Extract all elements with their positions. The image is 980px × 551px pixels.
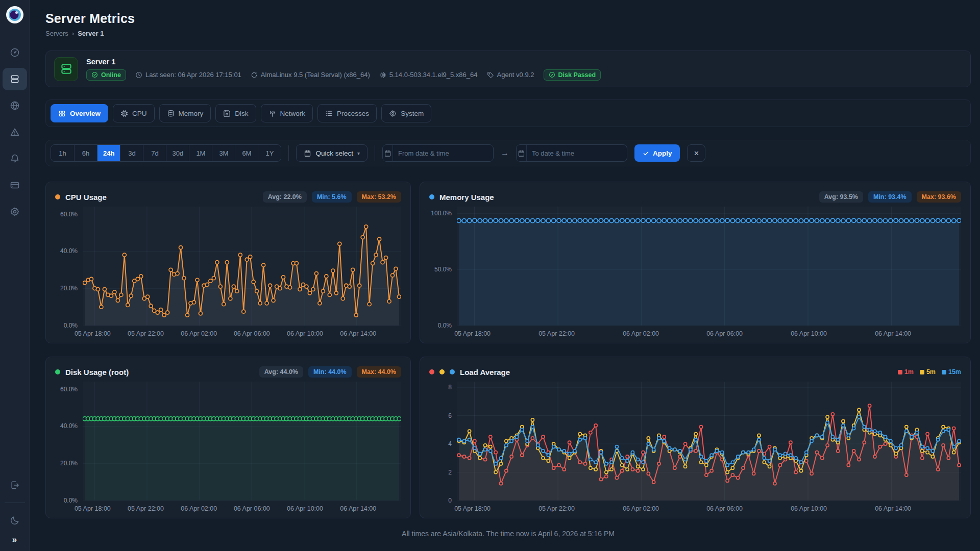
chart-title: CPU Usage xyxy=(65,193,107,202)
x-tick-label: 06 Apr 10:00 xyxy=(287,505,323,512)
series-dot-disk xyxy=(55,369,60,374)
tab-network[interactable]: Network xyxy=(261,104,313,122)
time-range-1M[interactable]: 1M xyxy=(189,145,212,161)
x-tick-label: 06 Apr 06:00 xyxy=(234,505,270,512)
time-range-1Y[interactable]: 1Y xyxy=(258,145,281,161)
disk-chart-svg xyxy=(83,382,401,500)
bell-icon xyxy=(10,154,20,164)
x-tick-label: 05 Apr 22:00 xyxy=(538,505,575,512)
from-date-field[interactable] xyxy=(382,144,494,162)
time-range-3d[interactable]: 3d xyxy=(120,145,143,161)
sidebar-item-servers[interactable] xyxy=(3,68,27,90)
x-tick-label: 05 Apr 18:00 xyxy=(75,330,111,337)
y-tick-label: 2 xyxy=(448,469,452,476)
timezone-footer: All times are Asia/Kolkata. The time now… xyxy=(45,530,971,538)
legend-item-15m[interactable]: 15m xyxy=(942,368,961,375)
charts-grid: CPU Usage Avg: 22.0% Min: 5.6% Max: 53.2… xyxy=(45,182,971,518)
eye-logo-icon xyxy=(6,6,24,24)
os-refresh-icon xyxy=(251,71,258,79)
credit-card-icon xyxy=(10,180,20,190)
load-average-card: Load Average 1m 5m 15m 02468 05 Apr 18:0… xyxy=(420,357,971,518)
sidebar-item-network[interactable] xyxy=(3,94,27,117)
series-dot-5m xyxy=(439,369,445,374)
dark-mode-toggle[interactable] xyxy=(3,509,27,532)
stat-min-badge: Min: 5.6% xyxy=(312,191,352,203)
list-icon xyxy=(325,110,333,117)
apply-button[interactable]: Apply xyxy=(634,144,680,162)
y-tick-label: 100.0% xyxy=(431,210,452,217)
sidebar-item-billing[interactable] xyxy=(3,174,27,196)
x-axis: 05 Apr 18:0005 Apr 22:0006 Apr 02:0006 A… xyxy=(457,500,961,514)
tab-processes[interactable]: Processes xyxy=(317,104,377,122)
sidebar-item-notifications[interactable] xyxy=(3,147,27,170)
sidebar-item-alerts[interactable] xyxy=(3,121,27,143)
server-meta: Server 1 Online Last seen: 06 Apr 2026 1… xyxy=(86,58,601,81)
breadcrumb-current: Server 1 xyxy=(78,30,104,37)
x-tick-label: 05 Apr 22:00 xyxy=(538,330,575,337)
server-icon-box xyxy=(54,57,78,81)
to-date-field[interactable] xyxy=(516,144,627,162)
y-tick-label: 50.0% xyxy=(434,266,452,273)
sidebar-expand-button[interactable]: » xyxy=(12,532,17,546)
legend-item-5m[interactable]: 5m xyxy=(920,368,936,375)
logout-icon xyxy=(10,480,20,490)
arrow-right-icon: → xyxy=(501,148,509,158)
last-seen: Last seen: 06 Apr 2026 17:15:01 xyxy=(135,71,241,79)
clear-range-button[interactable]: ✕ xyxy=(687,144,705,162)
server-meta-row: Online Last seen: 06 Apr 2026 17:15:01 A… xyxy=(86,69,601,81)
time-range-1h[interactable]: 1h xyxy=(51,145,74,161)
time-range-6M[interactable]: 6M xyxy=(235,145,258,161)
y-tick-label: 0.0% xyxy=(438,322,452,329)
calendar-icon xyxy=(383,145,393,161)
status-badge-online: Online xyxy=(86,69,126,81)
tab-disk[interactable]: Disk xyxy=(215,104,256,122)
breadcrumb: Servers › Server 1 xyxy=(45,30,971,37)
server-name: Server 1 xyxy=(86,58,601,66)
logout-button[interactable] xyxy=(3,474,27,496)
legend-item-1m[interactable]: 1m xyxy=(898,368,914,375)
sidebar-nav xyxy=(0,41,29,223)
to-date-input[interactable] xyxy=(527,149,627,157)
load-chart-svg xyxy=(457,382,961,500)
gear-icon xyxy=(10,207,20,217)
plot-area[interactable] xyxy=(457,382,961,500)
x-tick-label: 06 Apr 14:00 xyxy=(875,505,911,512)
x-tick-label: 05 Apr 18:00 xyxy=(75,505,111,512)
plot-area[interactable] xyxy=(83,207,401,325)
app-logo[interactable] xyxy=(6,6,24,24)
time-range-6h[interactable]: 6h xyxy=(74,145,97,161)
kernel-info: 5.14.0-503.34.1.el9_5.x86_64 xyxy=(379,71,478,79)
x-tick-label: 06 Apr 06:00 xyxy=(706,330,743,337)
x-tick-label: 06 Apr 06:00 xyxy=(234,330,270,337)
y-tick-label: 0.0% xyxy=(64,322,78,329)
breadcrumb-servers[interactable]: Servers xyxy=(45,30,68,37)
server-icon xyxy=(60,62,73,76)
y-axis: 02468 xyxy=(429,382,457,500)
sidebar-bottom: » xyxy=(0,474,29,551)
metric-tabs: Overview CPU Memory Disk Network Process… xyxy=(45,99,971,127)
tab-cpu[interactable]: CPU xyxy=(113,104,155,122)
y-tick-label: 4 xyxy=(448,440,452,447)
from-date-input[interactable] xyxy=(393,149,493,157)
stat-avg-badge: Avg: 22.0% xyxy=(263,191,307,203)
x-tick-label: 06 Apr 14:00 xyxy=(340,505,376,512)
quick-select-button[interactable]: Quick select ▾ xyxy=(296,144,368,162)
x-tick-label: 06 Apr 10:00 xyxy=(791,505,827,512)
time-range-30d[interactable]: 30d xyxy=(166,145,189,161)
sidebar-item-settings[interactable] xyxy=(3,201,27,223)
sidebar-item-dashboard[interactable] xyxy=(3,41,27,64)
stat-max-badge: Max: 93.6% xyxy=(917,191,961,203)
time-range-7d[interactable]: 7d xyxy=(143,145,166,161)
tab-system[interactable]: System xyxy=(381,104,431,122)
time-controls: 1h6h24h3d7d30d1M3M6M1Y Quick select ▾ → … xyxy=(45,140,971,166)
warning-triangle-icon xyxy=(10,127,20,137)
plot-area[interactable] xyxy=(83,382,401,500)
tab-memory[interactable]: Memory xyxy=(159,104,211,122)
plot-area[interactable] xyxy=(457,207,961,325)
time-range-24h[interactable]: 24h xyxy=(97,145,120,161)
cpu-chart-svg xyxy=(83,207,401,325)
series-dot-15m xyxy=(450,369,455,374)
y-tick-label: 60.0% xyxy=(60,386,78,393)
time-range-3M[interactable]: 3M xyxy=(212,145,235,161)
tab-overview[interactable]: Overview xyxy=(51,104,108,122)
